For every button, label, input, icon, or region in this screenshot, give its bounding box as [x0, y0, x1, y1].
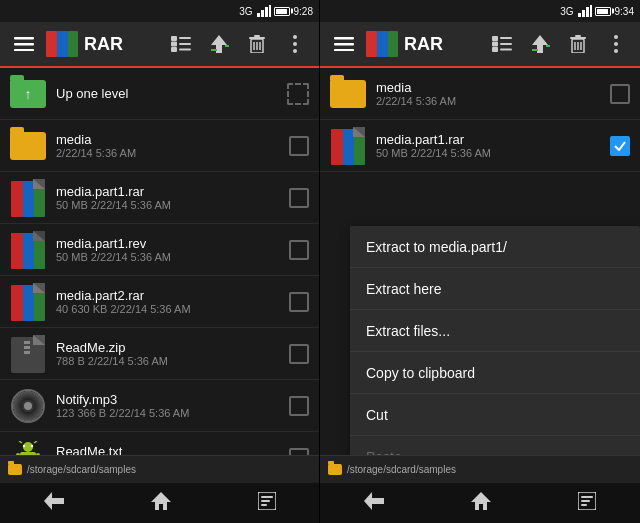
- svg-marker-104: [364, 492, 384, 510]
- svg-rect-66: [261, 496, 273, 498]
- recent-button-right[interactable]: [558, 486, 616, 521]
- checkbox-notify-mp3[interactable]: [289, 396, 309, 416]
- file-name-readme-zip: ReadMe.zip: [56, 340, 289, 355]
- file-item-part1-rar[interactable]: media.part1.rar 50 MB 2/22/14 5:36 AM: [0, 172, 319, 224]
- file-name-part1-rev: media.part1.rev: [56, 236, 289, 251]
- status-icons-right: [578, 5, 611, 17]
- svg-rect-36: [11, 233, 23, 269]
- svg-rect-9: [57, 31, 68, 57]
- context-cut[interactable]: Cut: [350, 394, 640, 436]
- up-arrow-icon: ↑: [25, 86, 32, 102]
- checkbox-part2-rar[interactable]: [289, 292, 309, 312]
- svg-rect-71: [586, 7, 589, 17]
- checkbox-part1-rar[interactable]: [289, 188, 309, 208]
- file-item-media-folder-r[interactable]: media 2/22/14 5:36 AM: [320, 68, 640, 120]
- path-bar-left: /storage/sdcard/samples: [0, 455, 319, 483]
- svg-rect-70: [582, 10, 585, 17]
- trash-button-right[interactable]: [562, 28, 594, 60]
- checkbox-readme-zip[interactable]: [289, 344, 309, 364]
- svg-rect-22: [254, 35, 260, 37]
- home-icon-left: [151, 492, 171, 510]
- checkbox-media-r[interactable]: [610, 84, 630, 104]
- svg-rect-8: [46, 31, 57, 57]
- file-item-up[interactable]: ↑ Up one level: [0, 68, 319, 120]
- more-button-right[interactable]: [600, 28, 632, 60]
- home-button-right[interactable]: [451, 486, 511, 521]
- file-item-readme-txt[interactable]: ReadMe.txt 1 284 B 2/22/14 5:36 AM: [0, 432, 319, 455]
- svg-rect-87: [532, 49, 538, 51]
- file-item-notify-mp3[interactable]: Notify.mp3 123 366 B 2/22/14 5:36 AM: [0, 380, 319, 432]
- file-item-readme-zip[interactable]: ReadMe.zip 788 B 2/22/14 5:36 AM: [0, 328, 319, 380]
- back-icon-left: [44, 492, 64, 510]
- svg-rect-10: [68, 31, 78, 57]
- upload-button-right[interactable]: [524, 28, 556, 60]
- context-copy-clipboard[interactable]: Copy to clipboard: [350, 352, 640, 394]
- file-name-media-folder: media: [56, 132, 289, 147]
- list-view-icon-right: [492, 36, 512, 52]
- file-item-part1-rar-r[interactable]: media.part1.rar 50 MB 2/22/14 5:36 AM: [320, 120, 640, 172]
- checkbox-part1-rev[interactable]: [289, 240, 309, 260]
- more-button-left[interactable]: [279, 28, 311, 60]
- svg-rect-30: [11, 181, 23, 217]
- svg-rect-107: [581, 496, 593, 498]
- file-item-part1-rev[interactable]: media.part1.rev 50 MB 2/22/14 5:36 AM: [0, 224, 319, 276]
- back-button-left[interactable]: [24, 486, 84, 521]
- context-extract-to[interactable]: Extract to media.part1/: [350, 226, 640, 268]
- file-name-readme-txt: ReadMe.txt: [56, 444, 289, 455]
- svg-rect-2: [265, 7, 268, 17]
- rar-logo-right: [366, 31, 398, 57]
- nav-bar-right: [320, 483, 640, 523]
- context-extract-files[interactable]: Extract files...: [350, 310, 640, 352]
- upload-button-left[interactable]: [203, 28, 235, 60]
- svg-rect-81: [500, 37, 512, 39]
- svg-rect-19: [225, 45, 229, 47]
- recent-icon-right: [578, 492, 596, 510]
- svg-point-28: [293, 49, 297, 53]
- rar-icon-part1-r: [330, 128, 366, 164]
- svg-rect-5: [14, 43, 34, 46]
- upload-icon-right: [530, 35, 550, 53]
- file-info-readme-txt: ReadMe.txt 1 284 B 2/22/14 5:36 AM: [56, 444, 289, 455]
- file-item-part2-rar[interactable]: media.part2.rar 40 630 KB 2/22/14 5:36 A…: [0, 276, 319, 328]
- select-box-up[interactable]: [287, 83, 309, 105]
- menu-button-left[interactable]: [8, 28, 40, 60]
- checkbox-readme-txt[interactable]: [289, 448, 309, 456]
- svg-rect-31: [23, 181, 34, 217]
- svg-rect-37: [23, 233, 34, 269]
- trash-button-left[interactable]: [241, 28, 273, 60]
- home-button-left[interactable]: [131, 486, 191, 521]
- file-meta-media-r: 2/22/14 5:36 AM: [376, 95, 610, 107]
- file-meta-notify-mp3: 123 366 B 2/22/14 5:36 AM: [56, 407, 289, 419]
- file-info-part2-rar: media.part2.rar 40 630 KB 2/22/14 5:36 A…: [56, 288, 289, 315]
- list-view-button-right[interactable]: [486, 28, 518, 60]
- list-view-button-left[interactable]: [165, 28, 197, 60]
- file-info-part1-rar-r: media.part1.rar 50 MB 2/22/14 5:36 AM: [376, 132, 610, 159]
- rar-icon-part2: [10, 284, 46, 320]
- time-left: 9:28: [294, 6, 313, 17]
- checkbox-part1-rar-r[interactable]: [610, 136, 630, 156]
- home-icon-right: [471, 492, 491, 510]
- svg-rect-4: [14, 37, 34, 40]
- svg-rect-75: [334, 49, 354, 51]
- menu-button-right[interactable]: [328, 28, 360, 60]
- signal-icon-left: [257, 5, 271, 17]
- signal-icon-right: [578, 5, 592, 17]
- folder-icon-media-r: [330, 76, 366, 112]
- checkbox-media-folder[interactable]: [289, 136, 309, 156]
- svg-rect-50: [24, 341, 30, 344]
- file-meta-part1-rar: 50 MB 2/22/14 5:36 AM: [56, 199, 289, 211]
- file-meta-part2-rar: 40 630 KB 2/22/14 5:36 AM: [56, 303, 289, 315]
- context-extract-here[interactable]: Extract here: [350, 268, 640, 310]
- back-button-right[interactable]: [344, 486, 404, 521]
- svg-point-95: [614, 35, 618, 39]
- zip-svg: [11, 335, 45, 373]
- svg-point-27: [293, 42, 297, 46]
- path-folder-icon-left: [8, 464, 22, 475]
- file-item-media-folder[interactable]: media 2/22/14 5:36 AM: [0, 120, 319, 172]
- time-right: 9:34: [615, 6, 634, 17]
- folder-icon-media: [10, 128, 46, 164]
- svg-rect-16: [179, 49, 191, 51]
- recent-button-left[interactable]: [238, 486, 296, 521]
- svg-rect-73: [334, 37, 354, 40]
- file-meta-media-folder: 2/22/14 5:36 AM: [56, 147, 289, 159]
